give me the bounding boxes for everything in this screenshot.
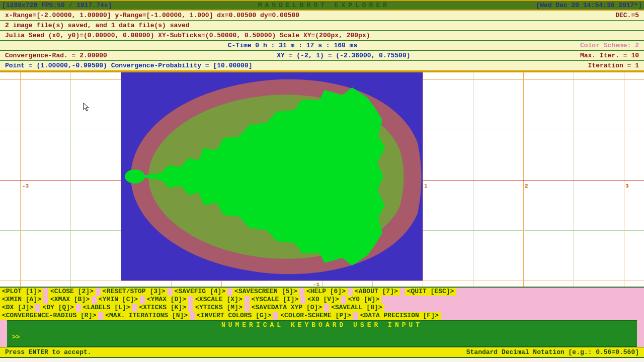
ytick-neg1: -1 — [313, 282, 319, 288]
decimal-precision: DEC.=5 — [615, 12, 639, 19]
menu-r2-5[interactable]: <YSCALE [I]> — [250, 296, 301, 304]
max-iterations: Max. Iter. = 10 — [580, 52, 639, 59]
compute-time: C-Time 0 h : 31 m : 17 s : 160 ms — [228, 42, 357, 49]
menu-r2-4[interactable]: <XSCALE [X]> — [193, 296, 245, 304]
menu-r4-0[interactable]: <CONVERGENCE-RADIUS [R]> — [0, 312, 98, 320]
range-info-row: x-Range=[-2.00000, 1.00000] y-Range=[-1.… — [0, 11, 644, 21]
input-header: NUMERICAL KEYBOARD USER INPUT — [7, 321, 637, 329]
app-title: MANDELBROT EXPLORER — [258, 2, 390, 9]
menu-r3-2[interactable]: <LABELS [L]> — [81, 304, 132, 312]
enter-hint: Press ENTER to accept. — [5, 348, 92, 356]
cursor-icon — [83, 103, 90, 114]
menu-r1-1[interactable]: <CLOSE [2]> — [48, 288, 96, 296]
menu-r3-0[interactable]: <DX [J]> — [0, 304, 35, 312]
numeric-input[interactable] — [23, 333, 632, 341]
datetime: [Wed Dec 20 14:54:38 2017^] — [536, 2, 642, 9]
menu-r2-3[interactable]: <YMAX [D]> — [145, 296, 188, 304]
svg-point-1 — [125, 169, 145, 184]
menu-r4-4[interactable]: <DATA PRECISION [F]> — [358, 312, 441, 320]
xtick-2: 2 — [525, 183, 528, 189]
menu-r3-5[interactable]: <SAVEDATA XYP [O]> — [250, 304, 324, 312]
conv-xy-row: Convergence-Rad. = 2.00000 XY = (-2, 1) … — [0, 51, 644, 61]
julia-seed: Julia Seed (x0, y0)=(0.00000, 0.00000) X… — [5, 32, 370, 39]
menu-r1-5[interactable]: <HELP [6]> — [304, 288, 348, 296]
menu-r4-1[interactable]: <MAX. ITERATIONS [N]> — [103, 312, 190, 320]
menu-r1-0[interactable]: <PLOT [1]> — [0, 288, 43, 296]
xtick-3: 3 — [625, 183, 629, 189]
notation-hint: Standard Decimal Notation [e.g.: 0.56=0.… — [466, 348, 639, 356]
menu-r2-6[interactable]: <X0 [V]> — [305, 296, 341, 304]
menu-r2-1[interactable]: <XMAX [B]> — [48, 296, 92, 304]
ctime-row: C-Time 0 h : 31 m : 17 s : 160 ms Color … — [0, 41, 644, 51]
window-header: [644x362 FPS:50 / 1917.74s] MANDELBROT … — [0, 0, 644, 11]
save-status-row: 2 image file(s) saved, and 1 data file(s… — [0, 21, 644, 31]
iteration-count: Iteration = 1 — [588, 62, 639, 69]
menu-r3-1[interactable]: <DY [Q]> — [40, 304, 75, 312]
color-scheme: Color Scheme: 2 — [580, 42, 639, 49]
menu-r3-4[interactable]: <YTICKS [M]> — [193, 304, 245, 312]
plot-canvas[interactable]: -3 1 2 3 -1 — [0, 71, 644, 287]
point-conv-prob: Point = (1.00000,-0.99500) Convergence-P… — [5, 62, 252, 69]
menu-r2-2[interactable]: <YMIN [C]> — [97, 296, 140, 304]
xy-range: x-Range=[-2.00000, 1.00000] y-Range=[-1.… — [5, 12, 299, 19]
point-row: Point = (1.00000,-0.99500) Convergence-P… — [0, 61, 644, 71]
numeric-input-panel: NUMERICAL KEYBOARD USER INPUT >> — [7, 320, 637, 347]
menu-r1-7[interactable]: <QUIT [ESC]> — [405, 288, 456, 296]
menu-r1-4[interactable]: <SAVESCREEN [5]> — [232, 288, 299, 296]
menu-r4-3[interactable]: <COLOR-SCHEME [P]> — [278, 312, 353, 320]
save-status: 2 image file(s) saved, and 1 data file(s… — [5, 22, 190, 29]
xy-coords: XY = (-2, 1) = (-2.36000, 0.75500) — [277, 52, 410, 59]
menu-r3-6[interactable]: <SAVEALL [8]> — [329, 304, 384, 312]
mandelbrot-image — [121, 72, 423, 281]
menu-r3-3[interactable]: <XTICKS [K]> — [137, 304, 188, 312]
convergence-radius: Convergence-Rad. = 2.00000 — [5, 52, 107, 59]
command-menu: <PLOT [1]><CLOSE [2]><RESET/STOP [3]><SA… — [0, 287, 644, 358]
menu-r1-6[interactable]: <ABOUT [7]> — [353, 288, 400, 296]
julia-seed-row: Julia Seed (x0, y0)=(0.00000, 0.00000) X… — [0, 31, 644, 41]
menu-r2-0[interactable]: <XMIN [A]> — [0, 296, 43, 304]
status-bar: Press ENTER to accept. Standard Decimal … — [0, 347, 644, 357]
prompt-symbol: >> — [12, 333, 20, 341]
xtick-neg3: -3 — [22, 183, 29, 189]
menu-r4-2[interactable]: <INVERT COLORS [G]> — [195, 312, 273, 320]
xtick-1: 1 — [424, 183, 428, 189]
menu-r1-2[interactable]: <RESET/STOP [3]> — [101, 288, 168, 296]
resolution-fps: [644x362 FPS:50 / 1917.74s] — [2, 2, 112, 9]
menu-r2-7[interactable]: <Y0 [W]> — [346, 296, 381, 304]
menu-r1-3[interactable]: <SAVEFIG [4]> — [173, 288, 227, 296]
